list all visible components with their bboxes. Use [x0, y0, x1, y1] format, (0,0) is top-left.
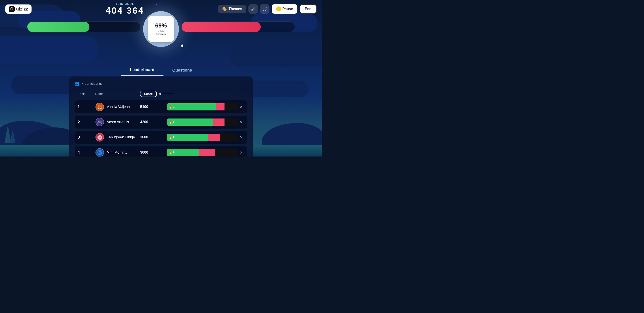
fire-icon: 🔥 — [169, 136, 172, 139]
tab-leaderboard[interactable]: Leaderboard — [121, 65, 163, 76]
rank-cell: 4 — [78, 150, 96, 155]
bar-cell: 🔥1 — [167, 103, 238, 110]
avatar: 🎮 — [96, 118, 104, 126]
accuracy-label: ClassAccuracy — [156, 29, 166, 36]
avatar: 🌀 — [96, 148, 104, 156]
score-cell: 5100 — [140, 105, 167, 109]
accuracy-circle: 69% ClassAccuracy — [149, 17, 173, 41]
player-name: Fenugreek Fudge — [107, 135, 135, 139]
table-row: 3 🌸 Fenugreek Fudge 3600 🔥0 ✕ — [75, 130, 247, 144]
mid-cloud-decoration — [0, 36, 98, 62]
leaderboard-panel: 👥 4 participants Rank Name Score 1 — [69, 76, 253, 156]
player-name: Mint Moriarty — [107, 150, 127, 154]
end-button[interactable]: End — [300, 4, 317, 14]
table-row: 4 🌀 Mint Moriarty 3000 🔥0 ✕ — [75, 146, 247, 156]
score-header-box: Score — [140, 91, 157, 97]
green-fill — [27, 22, 90, 32]
logo: Q uizizz — [5, 4, 32, 14]
join-code-area: JOIN CODE 404 364 — [106, 2, 144, 16]
tab-questions[interactable]: Questions — [164, 65, 201, 76]
rank-cell: 2 — [78, 120, 96, 124]
rank-cell: 1 — [78, 105, 96, 109]
participants-count: 4 participants — [82, 82, 102, 86]
remove-button[interactable]: ✕ — [238, 120, 244, 124]
remove-button[interactable]: ✕ — [238, 105, 244, 109]
sound-icon: 🔊 — [251, 6, 256, 12]
col-rank: Rank — [77, 92, 95, 96]
player-name: Vanilla Valjean — [107, 105, 130, 109]
table-row: 1 🦊 Vanilla Valjean 5100 🔥1 ✕ — [75, 100, 247, 114]
pink-fill — [182, 22, 261, 32]
player-name-cell: 🌸 Fenugreek Fudge — [96, 133, 140, 142]
crystal-decoration — [10, 130, 16, 143]
score-arrow-head — [158, 92, 161, 95]
black-bar — [224, 118, 238, 126]
green-bar — [177, 118, 213, 126]
join-code-value: 404 364 — [106, 6, 144, 16]
player-name: Acorn Artemis — [107, 120, 129, 124]
pause-button[interactable]: ⚡ Pause — [272, 4, 298, 14]
streak-box: 🔥0 — [167, 134, 177, 141]
tabs: Leaderboard Questions — [69, 65, 253, 76]
table-row: 2 🎮 Acorn Artemis 4200 🔥2 ✕ — [75, 115, 247, 129]
remove-button[interactable]: ✕ — [238, 135, 244, 140]
fullscreen-icon: ⛶ — [263, 7, 267, 12]
pink-bar — [213, 118, 224, 126]
mid-cloud-decoration — [230, 45, 322, 67]
bar-cell: 🔥0 — [167, 134, 238, 141]
score-cell: 3000 — [140, 150, 167, 154]
streak-box: 🔥2 — [167, 118, 177, 126]
themes-button[interactable]: 🎨 Themes — [218, 5, 246, 14]
pause-icon: ⚡ — [276, 6, 281, 12]
player-rows: 1 🦊 Vanilla Valjean 5100 🔥1 ✕ 2 — [75, 100, 247, 156]
black-bar — [215, 149, 238, 156]
accuracy-percent: 69% — [155, 22, 167, 28]
col-name: Name — [95, 92, 140, 96]
arrow-line — [183, 46, 206, 46]
header-controls: 🎨 Themes 🔊 ⛶ ⚡ Pause End — [218, 4, 317, 14]
bar-cell: 🔥0 — [167, 149, 238, 156]
black-bar — [224, 103, 238, 110]
arrow-head-icon — [180, 44, 183, 48]
join-code-label: JOIN CODE — [106, 2, 144, 6]
streak-box: 🔥1 — [167, 103, 177, 110]
fire-icon: 🔥 — [169, 105, 172, 109]
green-bar — [177, 149, 199, 156]
player-name-cell: 🌀 Mint Moriarty — [96, 148, 140, 156]
fire-icon: 🔥 — [169, 120, 172, 124]
header: Q uizizz JOIN CODE 404 364 🎨 Themes 🔊 ⛶ … — [0, 0, 322, 18]
streak-box: 🔥0 — [167, 149, 177, 156]
black-bar — [220, 134, 238, 141]
green-bar — [177, 103, 216, 110]
participants-icon: 👥 — [75, 81, 80, 86]
player-name-cell: 🎮 Acorn Artemis — [96, 118, 140, 126]
avatar: 🦊 — [96, 102, 104, 111]
pink-bar — [208, 134, 220, 141]
logo-q: Q — [9, 6, 15, 12]
score-cell: 4200 — [140, 120, 167, 124]
avatar: 🌸 — [96, 133, 104, 142]
score-column-arrow — [158, 92, 174, 95]
green-bar — [177, 134, 208, 141]
pink-bar — [199, 149, 215, 156]
green-progress-bar — [27, 21, 141, 32]
pink-bar — [216, 103, 224, 110]
rank-cell: 3 — [78, 135, 96, 140]
sound-button[interactable]: 🔊 — [248, 4, 258, 14]
fullscreen-button[interactable]: ⛶ — [260, 4, 270, 14]
fire-icon: 🔥 — [169, 151, 172, 154]
bar-cell: 🔥2 — [167, 118, 238, 126]
score-cell: 3600 — [140, 135, 167, 139]
col-score: Score — [140, 91, 167, 97]
palette-icon: 🎨 — [222, 7, 227, 11]
score-arrow-line — [161, 94, 174, 94]
participants-row: 👥 4 participants — [75, 81, 247, 86]
pink-progress-bar — [181, 21, 295, 32]
accuracy-arrow — [180, 44, 206, 48]
table-header: Rank Name Score — [75, 90, 247, 98]
player-name-cell: 🦊 Vanilla Valjean — [96, 102, 140, 111]
main-panel: Leaderboard Questions 👥 4 participants R… — [69, 65, 253, 156]
remove-button[interactable]: ✕ — [238, 150, 244, 155]
logo-text: uizizz — [16, 6, 28, 12]
